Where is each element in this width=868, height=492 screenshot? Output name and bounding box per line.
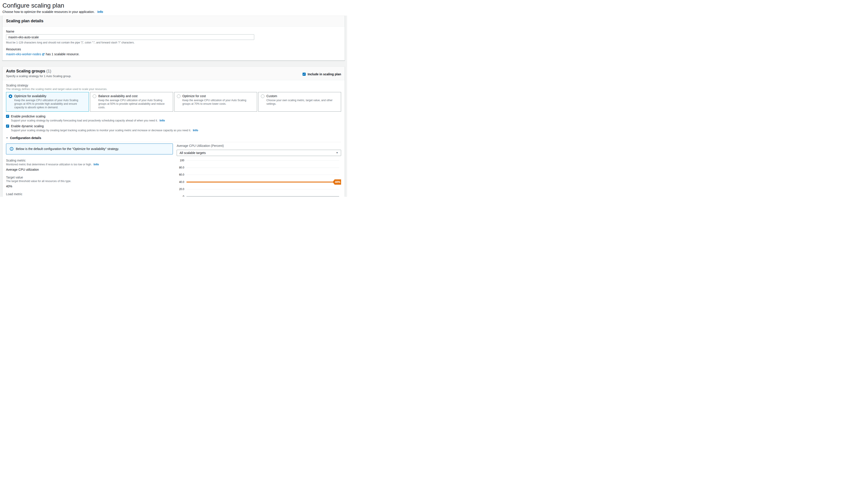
x-axis-baseline: [187, 196, 339, 197]
y-tick-label: 100: [180, 159, 184, 162]
dropdown-selected-value: All scalable targets: [179, 151, 206, 155]
dynamic-scaling-info-link[interactable]: Info: [193, 128, 198, 132]
scaling-plan-details-card: Scaling plan details Name Must be 1-128 …: [2, 16, 345, 60]
content-area: Scaling plan details Name Must be 1-128 …: [0, 16, 347, 197]
scaling-metric-label: Scaling metric: [6, 159, 173, 162]
configuration-details-label: Configuration details: [10, 136, 41, 140]
target-value-hint: The target threshold value for all resou…: [6, 179, 71, 183]
scalable-targets-dropdown[interactable]: All scalable targets ▼: [177, 150, 341, 156]
radio-selected-icon[interactable]: [9, 95, 12, 98]
resources-text: has 1 scalable resource.: [46, 52, 79, 56]
strategy-description: Keep the average CPU utilization of your…: [182, 98, 254, 106]
target-value-label: Target value: [6, 176, 173, 179]
chart-title: Average CPU Utilization (Percent): [177, 144, 341, 148]
load-metric-label: Load metric: [6, 192, 173, 196]
target-value-field: Target value The target threshold value …: [6, 176, 173, 188]
enable-dynamic-scaling-checkbox[interactable]: ✓: [6, 125, 9, 128]
chevron-down-icon: ▼: [336, 151, 338, 154]
y-tick-label: 0: [183, 195, 184, 197]
asg-count: (1): [46, 69, 51, 73]
gridline: [187, 189, 339, 190]
include-in-plan-checkbox[interactable]: ✓: [302, 73, 306, 76]
radio-unselected-icon[interactable]: [177, 95, 180, 98]
page-header: Configure scaling plan Choose how to opt…: [0, 0, 347, 16]
y-tick-label: 20.0: [179, 188, 184, 191]
page-title: Configure scaling plan: [2, 2, 345, 9]
scaling-strategy-label: Scaling strategy: [6, 83, 341, 87]
triangle-down-icon: ▼: [6, 137, 8, 139]
default-configuration-alert: i Below is the default configuration for…: [6, 144, 173, 154]
name-label: Name: [6, 30, 341, 33]
gridline: [187, 168, 339, 168]
asg-title: Auto Scaling groups: [6, 69, 45, 73]
strategy-option-optimize-cost[interactable]: Optimize for cost Keep the average CPU u…: [174, 92, 257, 112]
target-value-value: 40%: [6, 184, 173, 188]
predictive-scaling-info-link[interactable]: Info: [159, 119, 165, 122]
resources-label: Resources: [6, 47, 341, 51]
auto-scaling-groups-card: Auto Scaling groups (1) Specify a scalin…: [2, 67, 345, 197]
external-link-icon[interactable]: [42, 53, 45, 56]
scaling-metric-field: Scaling metric Monitored metric that det…: [6, 159, 173, 171]
enable-dynamic-scaling-label: Enable dynamic scaling: [11, 124, 44, 128]
cpu-utilization-chart: 10080.060.040.020.00 40%: [177, 161, 341, 197]
divider: [6, 142, 341, 142]
info-circle-icon: i: [10, 147, 14, 151]
dynamic-scaling-description: Support your scaling strategy by creatin…: [11, 129, 191, 132]
strategy-title: Custom: [267, 94, 338, 98]
strategy-description: Keep the average CPU utilization of your…: [98, 98, 170, 109]
chart-plot-area: 40%: [187, 161, 339, 197]
page-subtitle: Choose how to optimize the scalable reso…: [2, 10, 95, 14]
radio-unselected-icon[interactable]: [93, 95, 96, 98]
name-input[interactable]: [6, 34, 254, 40]
strategy-option-custom[interactable]: Custom Choose your own scaling metric, t…: [258, 92, 341, 112]
target-value-line: [187, 181, 334, 182]
enable-predictive-scaling-checkbox[interactable]: ✓: [6, 115, 9, 118]
strategy-option-optimize-availability[interactable]: Optimize for availability Keep the avera…: [6, 92, 89, 112]
gridline: [187, 175, 339, 175]
predictive-scaling-description: Support your scaling strategy by continu…: [11, 119, 158, 122]
scaling-metric-hint: Monitored metric that determines if reso…: [6, 163, 92, 166]
y-tick-label: 40.0: [179, 180, 184, 183]
radio-unselected-icon[interactable]: [261, 95, 265, 98]
load-metric-info-link[interactable]: Info: [74, 196, 79, 197]
scaling-plan-details-title: Scaling plan details: [6, 19, 44, 23]
scaling-metric-info-link[interactable]: Info: [94, 163, 99, 166]
alert-text: Below is the default configuration for t…: [16, 147, 119, 151]
page-info-link[interactable]: Info: [97, 10, 103, 14]
asg-description: Specify a scaling strategy for 1 Auto Sc…: [6, 74, 71, 78]
chart-y-axis-labels: 10080.060.040.020.00: [177, 161, 184, 197]
strategy-option-balance-availability-cost[interactable]: Balance availability and cost Keep the a…: [90, 92, 173, 112]
strategy-title: Optimize for cost: [182, 94, 254, 98]
y-tick-label: 60.0: [179, 173, 184, 176]
scaling-metric-value: Average CPU utilization: [6, 168, 173, 171]
scaling-strategy-hint: The strategy defines the scaling metric …: [6, 88, 341, 91]
strategy-title: Optimize for availability: [14, 94, 86, 98]
strategy-description: Keep the average CPU utilization of your…: [14, 98, 86, 109]
y-tick-label: 80.0: [179, 166, 184, 169]
enable-predictive-scaling-label: Enable predictive scaling: [11, 115, 46, 118]
include-in-plan-label: Include in scaling plan: [308, 72, 341, 76]
load-metric-field: Load metric Metric history used in the f…: [6, 192, 173, 197]
name-hint: Must be 1-128 characters long and should…: [6, 41, 341, 44]
resources-link[interactable]: maxim-eks-worker-nodes: [6, 52, 41, 56]
scaling-plan-details-header: Scaling plan details: [2, 16, 345, 26]
strategy-title: Balance availability and cost: [98, 94, 170, 98]
target-value-badge: 40%: [332, 179, 341, 185]
strategy-options: Optimize for availability Keep the avera…: [6, 92, 341, 112]
auto-scaling-groups-header: Auto Scaling groups (1) Specify a scalin…: [2, 67, 345, 80]
configuration-details-expander[interactable]: ▼ Configuration details: [6, 136, 341, 140]
strategy-description: Choose your own scaling metric, target v…: [267, 98, 338, 106]
